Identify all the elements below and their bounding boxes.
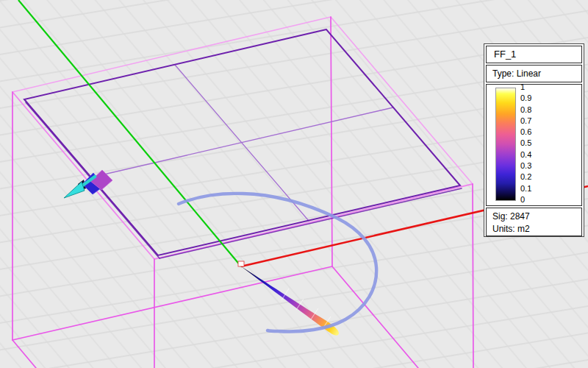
3d-model-viewport[interactable]: FF_1 Type: Linear 1 0.9 0.8 0.7 0.6 0.5 … [0, 0, 588, 368]
legend-colorbar-box: 1 0.9 0.8 0.7 0.6 0.5 0.4 0.3 0.2 0.1 0 [486, 84, 582, 206]
tick-label: 0.8 [520, 105, 531, 115]
legend-units-value: Units: m2 [492, 223, 581, 236]
legend-sig-value: Sig: 2847 [492, 210, 581, 223]
tick-label: 0 [520, 195, 531, 205]
legend-type-box: Type: Linear [486, 65, 582, 82]
legend-type-label: Type: Linear [492, 68, 541, 79]
origin-marker [238, 261, 244, 266]
tick-label: 0.5 [520, 138, 531, 148]
legend-title-box: FF_1 [486, 46, 582, 63]
legend-footer-box: Sig: 2847 Units: m2 [486, 208, 582, 236]
tick-label: 0.1 [520, 184, 531, 194]
tick-label: 0.2 [520, 172, 531, 182]
farfield-legend[interactable]: FF_1 Type: Linear 1 0.9 0.8 0.7 0.6 0.5 … [484, 43, 584, 237]
tick-label: 0.7 [520, 116, 531, 126]
tick-label: 0.9 [520, 93, 531, 103]
tick-label: 0.4 [520, 150, 531, 160]
colorbar-gradient [495, 88, 516, 201]
tick-label: 0.3 [520, 161, 531, 171]
legend-title: FF_1 [494, 49, 516, 60]
tick-label: 1 [520, 82, 531, 92]
tick-label: 0.6 [520, 127, 531, 137]
colorbar-tick-labels: 1 0.9 0.8 0.7 0.6 0.5 0.4 0.3 0.2 0.1 0 [520, 82, 531, 205]
